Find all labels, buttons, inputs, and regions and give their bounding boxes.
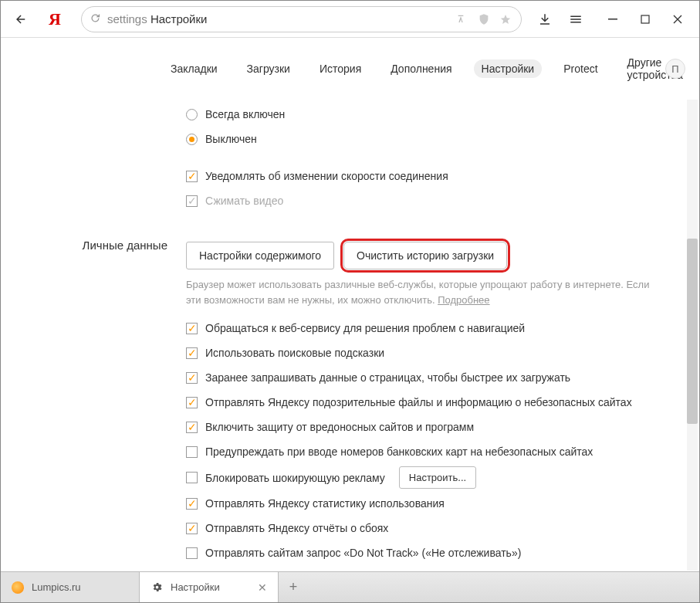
check-compress-video: ✓ (186, 195, 198, 207)
check-notify-speed[interactable]: ✓ (186, 171, 198, 182)
shield-icon-addr[interactable] (476, 12, 492, 27)
check-compress-video-label: Сжимать видео (205, 195, 283, 207)
scrollbar-thumb[interactable] (687, 239, 698, 424)
check-row-4[interactable]: ✓Включить защиту от вредоносных сайтов и… (186, 417, 676, 437)
reload-icon[interactable] (90, 12, 101, 26)
close-button[interactable] (662, 5, 693, 33)
yandex-logo[interactable]: Я (42, 7, 67, 32)
svg-rect-1 (641, 15, 649, 23)
radio-off-label: Выключен (205, 133, 257, 145)
clear-download-history-button[interactable]: Очистить историю загрузки (343, 242, 507, 269)
radio-off[interactable] (186, 134, 198, 145)
checkbox-9[interactable] (186, 547, 198, 559)
radio-off-row[interactable]: Выключен (186, 129, 676, 149)
downloads-button[interactable] (531, 5, 559, 33)
nav-settings[interactable]: Настройки (474, 59, 543, 78)
gear-icon (150, 581, 163, 594)
arrow-left-icon (14, 12, 28, 26)
address-bar[interactable]: settings Настройки (81, 6, 522, 32)
settings-content: Личные данные Всегда включен Выключен ✓ … (1, 100, 699, 571)
checkbox-3[interactable]: ✓ (186, 397, 198, 408)
menu-button[interactable] (562, 5, 590, 33)
nav-protect[interactable]: Protect (556, 59, 605, 78)
check-row-0[interactable]: ✓Обращаться к веб-сервису для решения пр… (186, 318, 676, 338)
check-label-3: Отправлять Яндексу подозрительные файлы … (205, 396, 632, 408)
svg-rect-0 (608, 19, 617, 20)
url-text: settings Настройки (107, 12, 448, 25)
check-row-2[interactable]: ✓Заранее запрашивать данные о страницах,… (186, 368, 676, 388)
bookmark-star-icon[interactable] (498, 12, 513, 27)
learn-more-link[interactable]: Подробнее (438, 294, 489, 306)
checkbox-1[interactable]: ✓ (186, 347, 198, 359)
check-label-8: Отправлять Яндексу отчёты о сбоях (205, 522, 388, 534)
radio-always-on[interactable] (186, 109, 198, 120)
check-notify-speed-label: Уведомлять об изменении скорости соедине… (205, 170, 448, 182)
translate-icon[interactable] (455, 12, 470, 27)
check-compress-video-row: ✓ Сжимать видео (186, 191, 676, 211)
checkbox-5[interactable] (186, 446, 198, 458)
check-row-6[interactable]: Блокировать шокирующую рекламуНастроить.… (186, 466, 676, 489)
settings-options: Всегда включен Выключен ✓ Уведомлять об … (186, 100, 699, 571)
configure-button[interactable]: Настроить... (399, 466, 476, 489)
tab-lumpics-label: Lumpics.ru (32, 581, 81, 593)
tab-lumpics[interactable]: Lumpics.ru (1, 572, 140, 602)
new-tab-button[interactable]: + (279, 572, 308, 602)
check-label-2: Заранее запрашивать данные о страницах, … (205, 371, 570, 384)
check-row-7[interactable]: ✓Отправлять Яндексу статистику использов… (186, 493, 676, 513)
tab-strip: Lumpics.ru Настройки ✕ + (1, 571, 699, 602)
settings-nav: Закладки Загрузки История Дополнения Нас… (1, 38, 699, 100)
check-label-4: Включить защиту от вредоносных сайтов и … (205, 421, 474, 433)
personal-description: Браузер может использовать различные веб… (186, 277, 664, 307)
check-row-8[interactable]: ✓Отправлять Яндексу отчёты о сбоях (186, 518, 676, 538)
user-avatar[interactable]: П (665, 59, 685, 79)
checkbox-8[interactable]: ✓ (186, 523, 198, 534)
tab-close-icon[interactable]: ✕ (258, 581, 267, 594)
browser-toolbar: Я settings Настройки (1, 1, 699, 38)
radio-always-on-row[interactable]: Всегда включен (186, 104, 676, 124)
section-label-column: Личные данные (1, 100, 186, 571)
minimize-button[interactable] (597, 5, 628, 33)
check-row-3[interactable]: ✓Отправлять Яндексу подозрительные файлы… (186, 392, 676, 412)
section-label-personal: Личные данные (1, 239, 167, 252)
check-label-7: Отправлять Яндексу статистику использова… (205, 497, 445, 510)
back-button[interactable] (7, 5, 35, 33)
nav-bookmarks[interactable]: Закладки (163, 59, 225, 78)
radio-always-on-label: Всегда включен (205, 108, 285, 120)
check-label-5: Предупреждать при вводе номеров банковск… (205, 445, 593, 458)
check-label-1: Использовать поисковые подсказки (205, 347, 384, 359)
window-controls (597, 5, 693, 33)
tab-settings-label: Настройки (171, 581, 220, 593)
nav-history[interactable]: История (312, 59, 369, 78)
check-label-6: Блокировать шокирующую рекламу (205, 472, 385, 484)
content-settings-button[interactable]: Настройки содержимого (186, 242, 334, 269)
nav-downloads[interactable]: Загрузки (239, 59, 298, 78)
nav-addons[interactable]: Дополнения (383, 59, 459, 78)
lumpics-favicon (12, 581, 24, 594)
personal-buttons-row: Настройки содержимого Очистить историю з… (186, 242, 676, 269)
check-row-1[interactable]: ✓Использовать поисковые подсказки (186, 343, 676, 363)
download-icon (538, 12, 552, 26)
checkbox-2[interactable]: ✓ (186, 372, 198, 384)
check-label-9: Отправлять сайтам запрос «Do Not Track» … (205, 547, 521, 559)
check-label-0: Обращаться к веб-сервису для решения про… (205, 322, 525, 334)
maximize-button[interactable] (630, 5, 661, 33)
checkbox-7[interactable]: ✓ (186, 498, 198, 510)
check-row-5[interactable]: Предупреждать при вводе номеров банковск… (186, 442, 676, 462)
check-notify-speed-row[interactable]: ✓ Уведомлять об изменении скорости соеди… (186, 166, 676, 186)
hamburger-icon (569, 12, 583, 26)
checkbox-4[interactable]: ✓ (186, 422, 198, 433)
tab-settings[interactable]: Настройки ✕ (140, 572, 279, 602)
checkbox-6[interactable] (186, 472, 198, 483)
checkbox-0[interactable]: ✓ (186, 323, 198, 334)
check-row-9[interactable]: Отправлять сайтам запрос «Do Not Track» … (186, 543, 676, 563)
